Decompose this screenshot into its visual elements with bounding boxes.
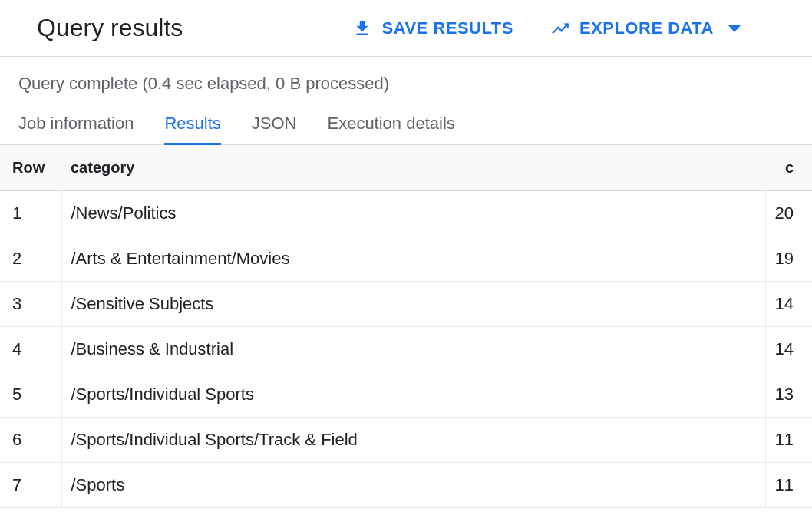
cell-row: 2	[0, 236, 61, 282]
cell-c: 14	[765, 327, 812, 372]
table-row: 2 /Arts & Entertainment/Movies 19	[0, 236, 812, 282]
cell-c: 14	[765, 282, 812, 327]
tab-execution-details[interactable]: Execution details	[327, 106, 454, 144]
cell-category: /News/Politics	[61, 191, 765, 236]
table-row: 4 /Business & Industrial 14	[0, 327, 812, 372]
result-tabs: Job information Results JSON Execution d…	[0, 106, 812, 145]
query-status: Query complete (0.4 sec elapsed, 0 B pro…	[0, 57, 812, 106]
save-results-button[interactable]: SAVE RESULTS	[352, 18, 513, 38]
chevron-down-icon	[728, 25, 741, 32]
col-header-category[interactable]: category	[61, 145, 765, 191]
save-results-label: SAVE RESULTS	[381, 18, 513, 38]
table-row: 6 /Sports/Individual Sports/Track & Fiel…	[0, 418, 812, 463]
results-table: Row category c 1 /News/Politics 20 2 /Ar…	[0, 145, 812, 508]
explore-data-button[interactable]: EXPLORE DATA	[550, 18, 741, 38]
explore-data-label: EXPLORE DATA	[579, 18, 714, 38]
cell-c: 11	[765, 463, 812, 508]
cell-row: 3	[0, 282, 61, 327]
cell-category: /Sports/Individual Sports	[61, 372, 765, 418]
results-header: Query results SAVE RESULTS EXPLORE DATA	[0, 0, 812, 57]
tab-json[interactable]: JSON	[252, 106, 297, 144]
tab-job-information[interactable]: Job information	[18, 106, 134, 144]
header-actions: SAVE RESULTS EXPLORE DATA	[352, 18, 741, 38]
cell-category: /Sports	[61, 463, 765, 508]
cell-row: 4	[0, 327, 61, 372]
table-row: 5 /Sports/Individual Sports 13	[0, 372, 812, 418]
cell-c: 20	[765, 191, 812, 236]
cell-category: /Arts & Entertainment/Movies	[61, 236, 765, 282]
download-icon	[352, 18, 372, 38]
cell-row: 7	[0, 463, 61, 508]
cell-category: /Sports/Individual Sports/Track & Field	[61, 418, 765, 463]
cell-category: /Sensitive Subjects	[61, 282, 765, 327]
table-row: 1 /News/Politics 20	[0, 191, 812, 236]
cell-c: 19	[765, 236, 812, 282]
chart-trend-icon	[550, 18, 570, 38]
cell-c: 13	[765, 372, 812, 418]
table-row: 7 /Sports 11	[0, 463, 812, 508]
table-row: 3 /Sensitive Subjects 14	[0, 282, 812, 327]
col-header-c[interactable]: c	[765, 145, 812, 191]
tab-results[interactable]: Results	[164, 106, 220, 144]
cell-row: 5	[0, 372, 61, 418]
cell-row: 6	[0, 418, 61, 463]
table-header-row: Row category c	[0, 145, 812, 191]
cell-c: 11	[765, 418, 812, 463]
page-title: Query results	[37, 14, 183, 42]
cell-category: /Business & Industrial	[61, 327, 765, 372]
col-header-row[interactable]: Row	[0, 145, 61, 191]
cell-row: 1	[0, 191, 61, 236]
